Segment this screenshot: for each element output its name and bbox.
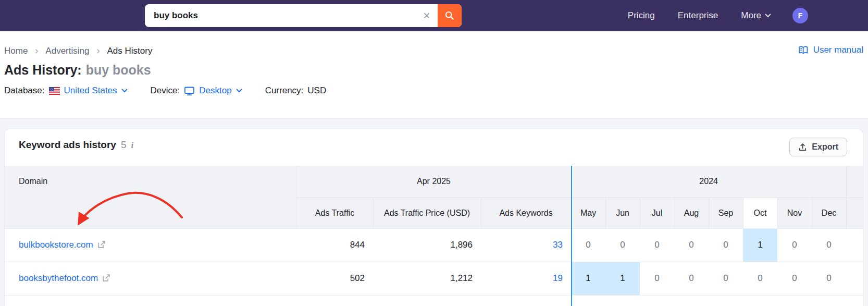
page-title-prefix: Ads History: [4,63,82,77]
card-title: Keyword ads history 5 i [19,139,133,151]
month-value-cell: 0 [846,228,863,262]
month-value-cell: 0 [674,262,709,295]
user-manual-link[interactable]: User manual [798,45,863,55]
ads-keywords-link[interactable]: 33 [553,240,563,250]
ads-history-page: × Pricing Enterprise More F Home › [0,0,868,306]
month-value-cell: 0 [640,228,674,262]
month-value-cell: 1 [743,228,777,262]
card-header: Keyword ads history 5 i Export [5,129,863,166]
empty-cell [5,295,863,306]
search-icon [444,10,455,21]
nav-item-pricing[interactable]: Pricing [628,10,655,21]
database-selector[interactable]: United States [49,85,128,96]
table-row-partial [5,295,863,306]
export-label: Export [812,142,838,152]
breadcrumb: Home › Advertising › Ads History [4,45,152,56]
database-value: United States [64,85,117,96]
ads-traffic-cell: 502 [296,262,373,295]
month-value-cell: 0 [709,262,743,295]
card-title-text: Keyword ads history [19,139,116,151]
month-header-sep: Sep [709,198,743,228]
ads-traffic-price-cell: 1,212 [373,262,481,295]
month-header-jun: Jun [605,198,640,228]
ads-traffic-header: Ads Traffic [296,198,373,228]
ads-keywords-cell: 19 [481,262,571,295]
table-row: bulkbookstore.com8441,89633000001000 [5,228,863,262]
month-header-may: May [571,198,605,228]
month-value-cell: 0 [743,262,777,295]
export-button[interactable]: Export [789,138,847,156]
external-link-icon[interactable] [97,240,106,249]
chevron-down-icon [765,14,771,18]
top-navbar: × Pricing Enterprise More F [0,0,868,31]
month-header-nov: Nov [777,198,812,228]
nav-item-enterprise[interactable]: Enterprise [678,10,718,21]
domain-cell: bulkbookstore.com [5,228,296,262]
avatar[interactable]: F [792,8,808,23]
currency-value: USD [307,85,326,96]
month-header-aug: Aug [674,198,709,228]
currency-filter: Currency: USD [265,85,327,96]
month-value-cell: 0 [812,228,846,262]
column-group-apr-2025: Apr 2025 [296,166,571,198]
search-button[interactable] [438,4,462,27]
month-value-cell: 0 [777,228,812,262]
month-value-cell: 0 [777,262,812,295]
domain-link[interactable]: booksbythefoot.com [19,273,98,283]
month-value-cell: 0 [674,228,709,262]
page-title: Ads History:buy books [4,63,151,78]
month-value-cell: 0 [846,262,863,295]
currency-label: Currency: [265,85,304,96]
table-row: booksbythefoot.com5021,21219110000000 [5,262,863,295]
filters-bar: Database: [4,85,326,96]
device-filter: Device: Desktop [151,85,242,96]
ads-traffic-price-header: Ads Traffic Price (USD) [373,198,481,228]
column-group-next [846,166,863,198]
navbar-links: Pricing Enterprise More [628,0,771,31]
breadcrumb-ads-history: Ads History [107,46,152,56]
month-value-cell: 0 [640,262,674,295]
search-input[interactable] [145,10,416,21]
month-header-oct: Oct [743,198,777,228]
breadcrumb-separator: › [96,45,100,56]
month-value-cell: 1 [605,262,640,295]
page-header-section: Home › Advertising › Ads History User ma… [0,31,868,118]
domain-cell: booksbythefoot.com [5,262,296,295]
breadcrumb-home[interactable]: Home [4,46,28,56]
database-label: Database: [4,85,45,96]
book-icon [798,45,809,55]
device-value: Desktop [199,85,231,96]
ads-traffic-price-cell: 1,896 [373,228,481,262]
breadcrumb-advertising[interactable]: Advertising [45,46,89,56]
device-selector[interactable]: Desktop [184,85,242,96]
keyword-search-box: × [145,4,462,27]
nav-item-more[interactable]: More [741,10,771,21]
info-icon[interactable]: i [131,140,133,151]
ads-history-table: Domain Apr 2025 2024 Ads Traffic Ads Tra… [5,166,863,306]
month-header-jan: Jan [846,198,863,228]
ads-keywords-link[interactable]: 19 [553,273,563,283]
export-icon [798,143,807,152]
keyword-ads-history-card: Keyword ads history 5 i Export [4,129,863,306]
ads-keywords-header: Ads Keywords [481,198,571,228]
month-value-cell: 0 [605,228,640,262]
clear-search-icon[interactable]: × [416,4,438,27]
month-value-cell: 0 [812,262,846,295]
breadcrumb-separator: › [35,45,38,56]
desktop-icon [184,86,195,96]
result-count: 5 [121,139,127,151]
ads-traffic-cell: 844 [296,228,373,262]
database-filter: Database: [4,85,128,96]
month-header-dec: Dec [812,198,846,228]
external-link-icon[interactable] [102,274,110,282]
device-label: Device: [151,85,180,96]
domain-link[interactable]: bulkbookstore.com [19,240,93,250]
month-value-cell: 1 [571,262,605,295]
chevron-down-icon [121,89,128,93]
month-section-divider [571,166,572,306]
month-value-cell: 0 [571,228,605,262]
domain-column-header: Domain [5,166,296,228]
column-group-2024: 2024 [571,166,846,198]
page-title-keyword: buy books [86,63,151,77]
us-flag-icon [49,87,60,95]
